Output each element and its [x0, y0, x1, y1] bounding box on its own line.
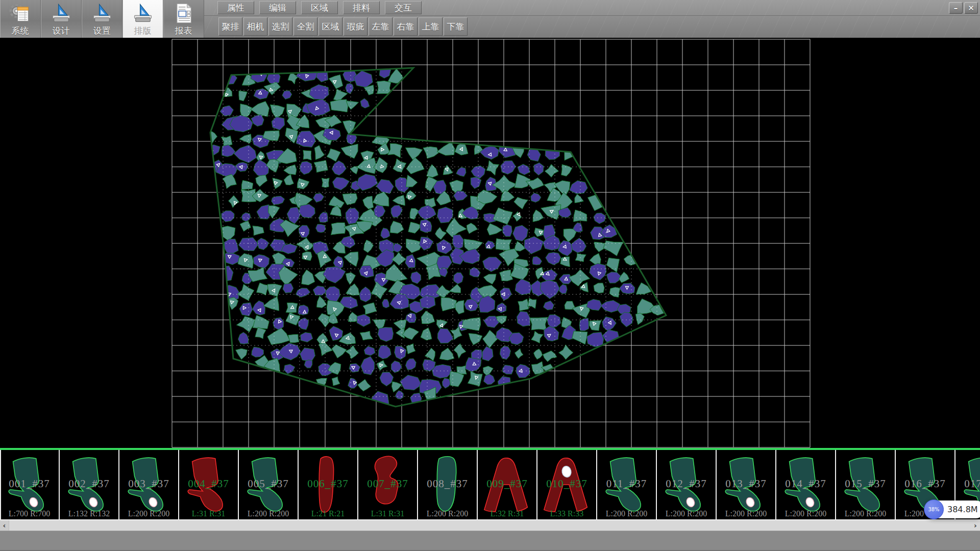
part-label: 003_#37 [119, 478, 178, 490]
app-button-system-系统[interactable]: 系统 [0, 0, 41, 38]
menu-button-3[interactable]: 排料 [343, 1, 380, 14]
part-lr-count: L:200 R:200 [119, 509, 178, 518]
part-label: 008_#37 [418, 478, 477, 490]
app-button-label: 设计 [53, 25, 70, 37]
app-button-ruler-设置[interactable]: 设置 [82, 0, 122, 38]
part-thumbnail-006_#37[interactable]: 006_#37L:21 R:21 [299, 450, 358, 519]
part-thumbnail-005_#37[interactable]: 005_#37L:200 R:200 [239, 450, 299, 519]
canvas-svg [0, 38, 980, 448]
memory-percent-circle: 38% [924, 499, 944, 519]
part-thumbnail-015_#37[interactable]: 015_#37L:200 R:200 [836, 450, 896, 519]
report-icon [173, 2, 195, 24]
ruler-icon [91, 2, 113, 24]
part-label: 013_#37 [717, 478, 775, 490]
nesting-canvas[interactable] [0, 38, 980, 448]
tool-button-5[interactable]: 瑕疵 [344, 17, 368, 36]
part-label: 005_#37 [239, 478, 298, 490]
part-label: 014_#37 [776, 478, 835, 490]
app-launcher: 系统设计设置排版报表 [0, 0, 204, 38]
part-lr-count: L:31 R:31 [358, 509, 417, 518]
app-button-label: 排版 [134, 25, 152, 37]
ruler-icon [132, 2, 154, 24]
menu-button-4[interactable]: 交互 [385, 1, 422, 14]
close-button[interactable]: ✕ [964, 2, 978, 14]
part-thumbnail-013_#37[interactable]: 013_#37L:200 R:200 [717, 450, 776, 519]
part-lr-count: L:21 R:21 [299, 509, 357, 518]
part-thumbnail-011_#37[interactable]: 011_#37L:200 R:200 [597, 450, 657, 519]
part-lr-count: L:200 R:200 [239, 509, 298, 518]
app-button-label: 系统 [12, 25, 29, 37]
part-label: 001_#37 [0, 478, 59, 490]
part-thumbnail-014_#37[interactable]: 014_#37L:200 R:200 [776, 450, 836, 519]
tool-button-0[interactable]: 聚排 [218, 17, 242, 36]
part-thumbnail-001_#37[interactable]: 001_#37L:700 R:700 [0, 450, 60, 519]
scroll-right-button[interactable]: › [971, 520, 980, 531]
part-thumbnail-009_#37[interactable]: 009_#37L:32 R:31 [478, 450, 537, 519]
part-label: 002_#37 [60, 478, 118, 490]
part-lr-count: L:31 R:31 [179, 509, 238, 518]
part-thumbnail-003_#37[interactable]: 003_#37L:200 R:200 [119, 450, 179, 519]
menu-button-1[interactable]: 编辑 [259, 1, 296, 14]
memory-badge: 38% 384.8M [925, 500, 980, 518]
tool-button-2[interactable]: 选割 [268, 17, 292, 36]
window-controls: – ✕ [949, 2, 978, 14]
minimize-button[interactable]: – [949, 2, 963, 14]
part-thumbnail-008_#37[interactable]: 008_#37L:200 R:200 [418, 450, 478, 519]
tool-button-9[interactable]: 下靠 [444, 17, 468, 36]
ruler-icon [50, 2, 72, 24]
part-label: 010_#37 [537, 478, 596, 490]
ribbon: 系统设计设置排版报表 属性编辑区域排料交互 聚排相机选割全割区域瑕疵左靠右靠上靠… [0, 0, 980, 38]
tool-bar: 聚排相机选割全割区域瑕疵左靠右靠上靠下靠 [204, 16, 980, 37]
app-button-label: 设置 [93, 25, 111, 37]
ribbon-right: 属性编辑区域排料交互 聚排相机选割全割区域瑕疵左靠右靠上靠下靠 [204, 0, 980, 38]
app-button-report-报表[interactable]: 报表 [163, 0, 204, 38]
part-lr-count: L:132 R:132 [60, 509, 118, 518]
part-label: 016_#37 [896, 478, 954, 490]
tool-button-6[interactable]: 左靠 [369, 17, 393, 36]
part-label: 015_#37 [836, 478, 895, 490]
app-button-ruler-排版[interactable]: 排版 [122, 0, 163, 38]
memory-value: 384.8M [947, 505, 980, 514]
part-lr-count: L:700 R:700 [0, 509, 59, 518]
scroll-track[interactable] [9, 520, 971, 531]
horizontal-scrollbar: ‹ › [0, 520, 980, 531]
app-button-label: 报表 [175, 25, 192, 37]
menu-button-0[interactable]: 属性 [217, 1, 254, 14]
tool-button-3[interactable]: 全割 [293, 17, 317, 36]
part-lr-count: L:33 R:33 [537, 509, 596, 518]
status-bar [0, 531, 980, 551]
tool-button-8[interactable]: 上靠 [419, 17, 443, 36]
part-label: 006_#37 [299, 478, 357, 490]
part-label: 011_#37 [597, 478, 656, 490]
menu-button-2[interactable]: 区域 [301, 1, 338, 14]
part-thumbnail-012_#37[interactable]: 012_#37L:200 R:200 [657, 450, 717, 519]
scroll-left-button[interactable]: ‹ [0, 520, 9, 531]
part-label: 017_#37 [955, 478, 980, 490]
part-label: 007_#37 [358, 478, 417, 490]
part-lr-count: L:200 R:200 [597, 509, 656, 518]
part-lr-count: L:32 R:31 [478, 509, 536, 518]
part-label: 004_#37 [179, 478, 238, 490]
application-window: 系统设计设置排版报表 属性编辑区域排料交互 聚排相机选割全割区域瑕疵左靠右靠上靠… [0, 0, 980, 551]
system-icon [9, 2, 32, 24]
part-label: 009_#37 [478, 478, 536, 490]
part-lr-count: L:200 R:200 [717, 509, 775, 518]
part-lr-count: L:200 R:200 [836, 509, 895, 518]
part-thumbnail-004_#37[interactable]: 004_#37L:31 R:31 [179, 450, 239, 519]
app-button-ruler-设计[interactable]: 设计 [41, 0, 82, 38]
tool-button-7[interactable]: 右靠 [394, 17, 418, 36]
part-thumbnail-010_#37[interactable]: 010_#37L:33 R:33 [537, 450, 597, 519]
part-lr-count: L:200 R:200 [418, 509, 477, 518]
part-label: 012_#37 [657, 478, 716, 490]
part-lr-count: L:200 R:200 [657, 509, 716, 518]
part-filmstrip: 001_#37L:700 R:700002_#37L:132 R:132003_… [0, 448, 980, 520]
tool-button-1[interactable]: 相机 [243, 17, 267, 36]
menu-bar: 属性编辑区域排料交互 [204, 0, 980, 16]
tool-button-4[interactable]: 区域 [318, 17, 342, 36]
part-lr-count: L:200 R:200 [776, 509, 835, 518]
part-thumbnail-007_#37[interactable]: 007_#37L:31 R:31 [358, 450, 418, 519]
part-thumbnail-002_#37[interactable]: 002_#37L:132 R:132 [60, 450, 119, 519]
